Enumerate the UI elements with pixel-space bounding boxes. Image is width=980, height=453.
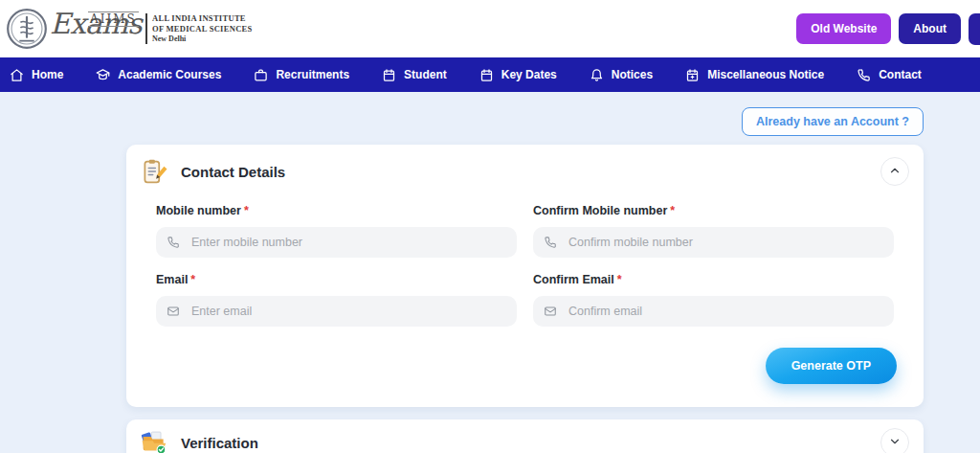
calendar-icon (382, 68, 396, 82)
verification-header: Verification (126, 419, 924, 453)
account-row: Already have an Account ? (126, 107, 924, 136)
calendar-icon (479, 68, 494, 82)
verification-expand-button[interactable] (880, 428, 909, 453)
nav-label: Recruitments (276, 68, 349, 81)
chevron-up-icon (888, 164, 902, 180)
main-navigation: Home Academic Courses Recruitments Stude… (0, 57, 980, 92)
partial-header-button[interactable] (969, 13, 980, 45)
bell-icon (590, 68, 604, 82)
aiims-wordmark-text: AIIMS (88, 11, 139, 27)
email-field: Email* (156, 273, 517, 327)
memo-pencil-icon (141, 158, 167, 185)
confirm-mobile-number-field: Confirm Mobile number* (533, 204, 894, 258)
generate-otp-button[interactable]: Generate OTP (766, 348, 897, 384)
nav-item-miscellaneous-notice[interactable]: Miscellaneous Notice (669, 57, 840, 92)
field-label: Mobile number* (156, 204, 517, 217)
confirm-email-field: Confirm Email* (533, 273, 894, 327)
otp-button-row: Generate OTP (126, 342, 924, 407)
exams-wordmark: Exams AIIMS (50, 7, 144, 51)
contact-details-title: Contact Details (181, 164, 880, 180)
mail-icon (544, 305, 557, 318)
confirm-mobile-number-label: Confirm Mobile number (533, 204, 667, 217)
required-asterisk: * (190, 273, 195, 286)
nav-item-key-dates[interactable]: Key Dates (463, 57, 573, 92)
mobile-number-input-wrap (156, 227, 517, 258)
nav-label: Home (32, 68, 63, 81)
nav-item-academic-courses[interactable]: Academic Courses (79, 57, 237, 92)
home-icon (10, 68, 24, 82)
nav-label: Key Dates (501, 68, 557, 81)
institute-line-1: ALL INDIA INSTITUTE (152, 13, 253, 24)
nav-label: Academic Courses (118, 68, 221, 81)
institute-name-block: ALL INDIA INSTITUTE OF MEDICAL SCIENCES … (145, 13, 253, 44)
nav-item-student[interactable]: Student (366, 57, 463, 92)
aiims-emblem-icon (6, 8, 48, 50)
email-label: Email (156, 273, 188, 286)
mail-icon (167, 305, 180, 318)
nav-item-contact[interactable]: Contact (840, 57, 938, 92)
phone-icon (857, 68, 871, 82)
contact-details-header: Contact Details (126, 145, 924, 198)
nav-label: Contact (879, 68, 922, 81)
briefcase-icon (254, 68, 268, 82)
nav-label: Notices (612, 68, 653, 81)
required-asterisk: * (617, 273, 622, 286)
confirm-mobile-number-input[interactable] (567, 235, 883, 250)
field-label: Confirm Email* (533, 273, 894, 286)
email-input-wrap (156, 296, 517, 327)
institute-line-3: New Delhi (152, 34, 253, 44)
page-content: Already have an Account ? Contact Detail… (0, 92, 980, 453)
institute-line-2: OF MEDICAL SCIENCES (152, 24, 253, 34)
email-input[interactable] (189, 304, 506, 319)
contact-details-collapse-button[interactable] (880, 157, 909, 186)
mobile-number-field: Mobile number* (156, 204, 517, 258)
mobile-number-label: Mobile number (156, 204, 241, 217)
verification-title: Verification (181, 435, 880, 451)
contact-details-card: Contact Details Mobile number* Confir (126, 145, 924, 407)
nav-item-home[interactable]: Home (10, 57, 79, 92)
verification-card: Verification (126, 419, 924, 453)
field-label: Confirm Mobile number* (533, 204, 894, 217)
old-website-button[interactable]: Old Website (796, 13, 891, 44)
nav-label: Miscellaneous Notice (707, 68, 824, 81)
required-asterisk: * (244, 204, 249, 217)
nav-item-notices[interactable]: Notices (573, 57, 669, 92)
field-label: Email* (156, 273, 517, 286)
about-button[interactable]: About (899, 13, 961, 44)
folder-check-icon (141, 429, 167, 453)
phone-icon (167, 236, 180, 249)
confirm-email-input[interactable] (567, 304, 883, 319)
confirm-email-label: Confirm Email (533, 273, 614, 286)
chevron-down-icon (888, 435, 902, 451)
calendar-plus-icon (685, 68, 700, 82)
nav-label: Student (404, 68, 447, 81)
already-have-account-button[interactable]: Already have an Account ? (742, 107, 924, 136)
top-header: Exams AIIMS ALL INDIA INSTITUTE OF MEDIC… (0, 0, 980, 57)
phone-icon (544, 236, 557, 249)
graduation-cap-icon (96, 68, 110, 82)
aiims-exams-logo: Exams AIIMS ALL INDIA INSTITUTE OF MEDIC… (6, 7, 253, 51)
confirm-mobile-number-input-wrap (533, 227, 894, 258)
required-asterisk: * (670, 204, 675, 217)
nav-item-recruitments[interactable]: Recruitments (237, 57, 366, 92)
confirm-email-input-wrap (533, 296, 894, 327)
header-buttons: Old Website About (796, 13, 980, 45)
mobile-number-input[interactable] (189, 235, 506, 250)
contact-form: Mobile number* Confirm Mobile number* (126, 198, 924, 342)
